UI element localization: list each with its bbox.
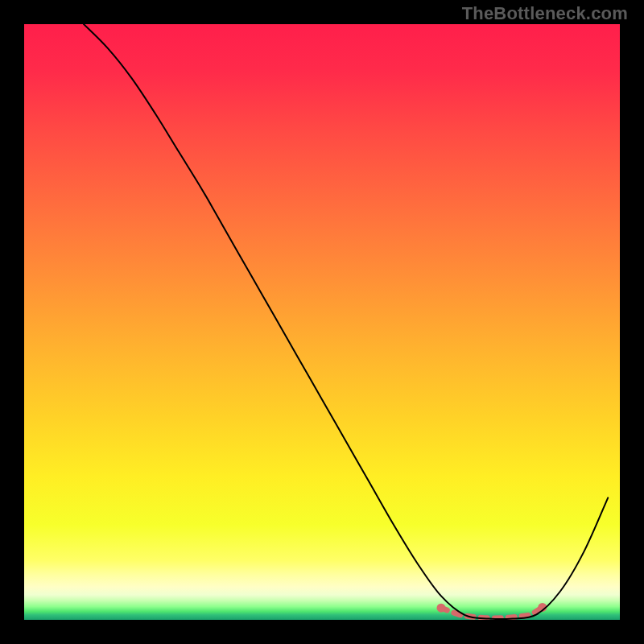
chart-frame: TheBottleneck.com [0, 0, 644, 644]
chart-background [24, 24, 620, 620]
chart-plot-area [24, 24, 620, 620]
trough-marker-end [437, 604, 446, 613]
watermark-text: TheBottleneck.com [462, 3, 628, 24]
chart-svg [24, 24, 620, 620]
